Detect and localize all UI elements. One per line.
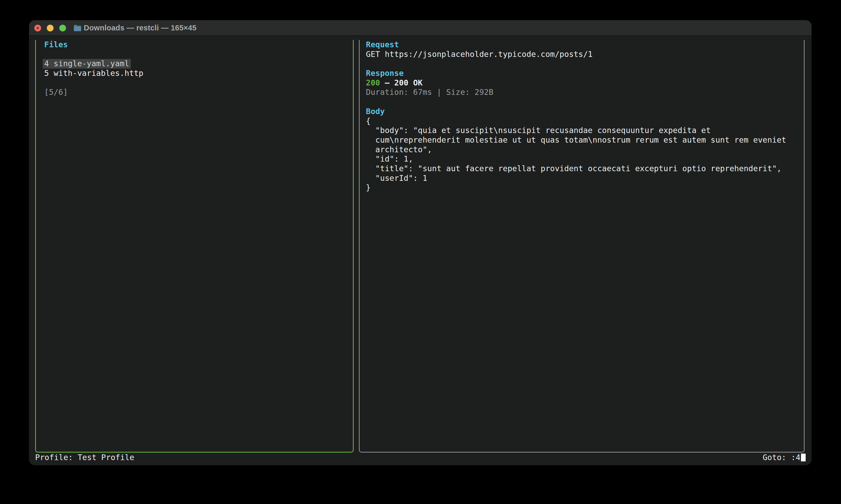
response-section-title: Response [366, 69, 799, 78]
goto-label: Goto: :4 [763, 453, 801, 462]
close-button[interactable] [34, 25, 41, 32]
body-line-text: } [366, 183, 371, 192]
file-name: with-variables.http [54, 69, 143, 78]
status-text: — 200 OK [385, 78, 423, 87]
file-list-item[interactable]: 4 single-yaml.yaml [44, 59, 348, 69]
file-label: 5 with-variables.http [42, 69, 145, 78]
body-section-title: Body [366, 107, 799, 116]
folder-icon[interactable] [73, 24, 81, 32]
status-line: 200 — 200 OK [366, 78, 799, 88]
files-panel: Files 4 single-yaml.yaml5 with-variables… [35, 40, 354, 453]
body-line: } [366, 183, 799, 193]
window-titlebar[interactable]: Downloads — restcli — 165×45 [29, 20, 811, 36]
request-response-panel: Request GET https://jsonplaceholder.typi… [359, 40, 805, 453]
zoom-button[interactable] [59, 25, 66, 32]
body-line-text: "id": 1, [366, 154, 413, 163]
profile-label: Profile: Test Profile [35, 452, 134, 463]
traffic-lights [34, 25, 66, 32]
spacer-row [44, 50, 348, 59]
file-name: single-yaml.yaml [54, 59, 129, 68]
body-line: architecto", [366, 145, 799, 155]
file-list-item[interactable]: 5 with-variables.http [44, 69, 348, 78]
body-line-text: architecto", [366, 145, 432, 154]
spacer-row [366, 59, 799, 69]
response-meta: Duration: 67ms | Size: 292B [366, 88, 799, 97]
unsaved-dot-icon [36, 27, 39, 29]
body-line-text: "body": "quia et suscipit\nsuscipit recu… [366, 126, 711, 135]
file-counter: [5/6] [44, 88, 348, 97]
body-line-text: { [366, 116, 371, 125]
request-section-title: Request [366, 40, 799, 50]
file-index: 4 [44, 59, 49, 68]
status-code: 200 [366, 78, 380, 87]
body-line-text: "title": "sunt aut facere repellat provi… [366, 164, 782, 173]
files-panel-title: Files [44, 40, 348, 50]
text-cursor [801, 454, 806, 462]
body-line-text: "userId": 1 [366, 174, 427, 183]
file-index: 5 [44, 69, 49, 78]
minimize-button[interactable] [47, 25, 54, 32]
body-line: { [366, 116, 799, 126]
spacer-row [44, 78, 348, 88]
response-body: { "body": "quia et suscipit\nsuscipit re… [366, 116, 799, 193]
body-line: "id": 1, [366, 154, 799, 164]
terminal-window: Downloads — restcli — 165×45 Files 4 sin… [29, 20, 811, 465]
goto-input[interactable]: Goto: :4 [763, 452, 806, 463]
body-line: "body": "quia et suscipit\nsuscipit recu… [366, 126, 799, 136]
file-list: 4 single-yaml.yaml5 with-variables.http [44, 59, 348, 78]
terminal-screen[interactable]: Files 4 single-yaml.yaml5 with-variables… [29, 36, 811, 465]
spacer-row [366, 97, 799, 107]
window-title: Downloads — restcli — 165×45 [84, 20, 196, 36]
status-bar: Profile: Test Profile Goto: :4 [35, 452, 806, 465]
file-label: 4 single-yaml.yaml [42, 59, 131, 69]
request-line: GET https://jsonplaceholder.typicode.com… [366, 50, 799, 59]
body-line: "title": "sunt aut facere repellat provi… [366, 164, 799, 174]
body-line-text: cum\nreprehenderit molestiae ut ut quas … [366, 136, 786, 144]
body-line: "userId": 1 [366, 174, 799, 183]
body-line: cum\nreprehenderit molestiae ut ut quas … [366, 136, 799, 145]
desktop-background: Downloads — restcli — 165×45 Files 4 sin… [0, 0, 841, 504]
